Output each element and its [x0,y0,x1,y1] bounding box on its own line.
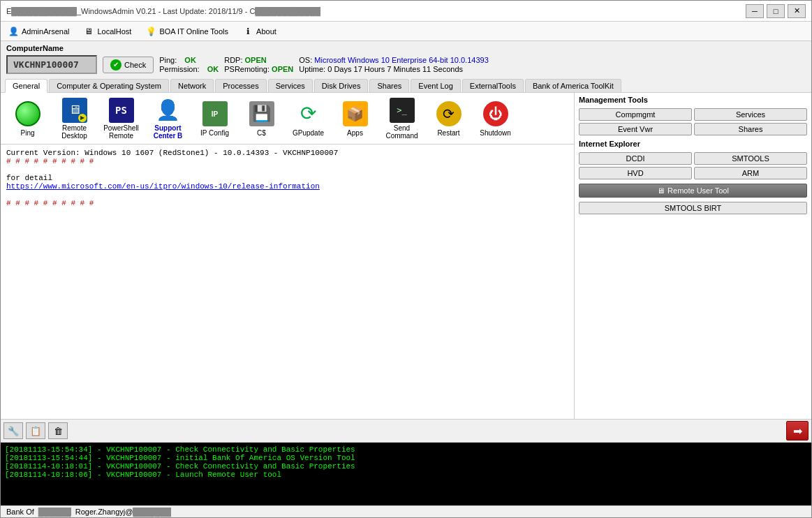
send-command-icon: >_ [388,98,416,123]
about-icon: ℹ [242,26,253,37]
gpupdate-button[interactable]: ⟳ GPupdate [286,96,331,141]
content-line-7: # # # # # # # # # # [6,199,568,207]
localhost-icon: 🖥 [83,26,94,37]
exit-button[interactable]: ➡ [786,421,809,441]
rdp-info: RDP: OPEN PSRemoting: OPEN [224,56,293,73]
tab-bar: General Computer & Operating System Netw… [1,77,811,93]
shutdown-button[interactable]: ⏻ Shutdown [473,96,518,141]
shutdown-icon: ⏻ [482,100,510,128]
menu-localhost-label: LocalHost [97,27,131,36]
title-bar-title: E████████████_WindowsAdmin V0.21 - Last … [6,7,320,15]
log-line-4: [20181114-10:18:06] - VKCHNP100007 - Lau… [5,471,807,479]
clear-icon: 🗑 [54,426,63,436]
status-row: VKCHNP100007 ✔ Check Ping: OK Permission… [1,54,811,77]
uptime-label: Uptime: [299,65,325,73]
remote-desktop-label: RemoteDesktop [61,124,87,140]
event-vwr-button[interactable]: Event Vwr [579,123,692,135]
log-line-1: [20181113-15:54:34] - VKCHNP100007 - Che… [5,445,807,454]
tab-processes[interactable]: Processes [215,79,266,92]
cs-button[interactable]: 💾 C$ [239,96,284,141]
menu-admin-arsenal[interactable]: 👤 AdminArsenal [3,24,73,38]
internet-explorer: Internet Explorer DCDI SMTOOLS HVD ARM [579,140,807,179]
tab-disk-drives[interactable]: Disk Drives [314,79,369,92]
wrench-icon: 🔧 [8,426,19,436]
permission-status: OK [207,65,219,73]
remote-user-tool-button[interactable]: 🖥 Remote User Tool [579,184,807,198]
minimize-button[interactable]: ─ [746,4,764,18]
tab-general[interactable]: General [5,79,47,93]
tab-shares[interactable]: Shares [369,79,409,92]
close-button[interactable]: ✕ [788,4,806,18]
ping-label: Ping: [159,56,177,64]
right-panel: Management Tools Compmgmt Services Event… [574,93,811,419]
gpupdate-label: GPupdate [293,129,324,137]
smtools-button[interactable]: SMTOOLS [694,152,807,165]
tab-boa-toolkit[interactable]: Bank of America ToolKit [525,79,621,92]
ip-config-icon: IP [201,100,229,128]
boa-icon: 💡 [145,26,156,37]
shares-button[interactable]: Shares [694,123,807,135]
support-center-label: SupportCenter B [154,124,183,140]
tab-event-log[interactable]: Event Log [411,79,461,92]
powershell-label: PowerShellRemote [103,124,139,140]
uptime-value: 0 Days 17 Hours 7 Minutes 11 Seconds [327,65,463,73]
smtools-birt-button[interactable]: SMTOOLS BIRT [579,202,807,214]
content-line-6 [6,191,568,199]
left-area: Ping 🖥 ▶ RemoteDesktop PS [1,93,574,419]
internet-explorer-title: Internet Explorer [579,140,807,148]
rdp-status: OPEN [245,56,267,64]
arm-button[interactable]: ARM [694,167,807,179]
services-button[interactable]: Services [694,108,807,121]
computer-name-row: ComputerName [1,41,811,54]
tab-network[interactable]: Network [170,79,214,92]
permission-label: Permission: [159,65,199,73]
tab-computer-os[interactable]: Computer & Operating System [49,79,169,92]
ip-config-button[interactable]: IP IP Config [192,96,237,141]
computer-name-value[interactable]: VKCHNP100007 [6,55,97,74]
admin-arsenal-icon: 👤 [8,26,19,37]
cs-label: C$ [257,129,266,137]
computer-name-label: ComputerName [6,44,64,52]
copy-button[interactable]: 📋 [26,422,45,439]
menu-boa-label: BOA IT Online Tools [159,27,228,36]
support-center-button[interactable]: 👤 SupportCenter B [145,96,191,141]
menu-about[interactable]: ℹ About [238,24,281,38]
hvd-button[interactable]: HVD [579,167,692,179]
content-line-3 [6,165,568,174]
toolbar: Ping 🖥 ▶ RemoteDesktop PS [1,93,574,145]
menu-boa-online[interactable]: 💡 BOA IT Online Tools [141,24,232,38]
ping-info: Ping: OK Permission: OK [159,56,219,73]
menu-about-label: About [256,27,276,36]
bottom-bar: 🔧 📋 🗑 ➡ [20181113-15:54:34] - VKCHNP1000… [1,419,811,517]
remote-user-tool-label: Remote User Tool [667,186,729,195]
status-footer: Bank Of ██████ Roger.Zhangyj@███████ [1,505,811,517]
gpupdate-icon: ⟳ [295,100,323,128]
content-line-1: Current Version: Windows 10 1607 (RedSto… [6,149,568,157]
apps-button[interactable]: 📦 Apps [332,96,378,141]
menu-admin-arsenal-label: AdminArsenal [22,27,69,36]
tab-external-tools[interactable]: ExternalTools [462,79,524,92]
management-tools: Management Tools Compmgmt Services Event… [579,96,807,135]
remote-desktop-button[interactable]: 🖥 ▶ RemoteDesktop [52,96,97,141]
title-text: E████████████_WindowsAdmin V0.21 - Last … [6,7,320,15]
restart-button[interactable]: ⟳ Restart [426,96,471,141]
ping-icon [14,100,42,128]
send-command-label: SendCommand [385,124,418,140]
powershell-button[interactable]: PS PowerShellRemote [98,96,144,141]
ping-button[interactable]: Ping [5,96,50,141]
menu-localhost[interactable]: 🖥 LocalHost [79,24,135,38]
content-link[interactable]: https://www.microsoft.com/en-us/itpro/wi… [6,182,320,191]
os-info: OS: Microsoft Windows 10 Enterprise 64-b… [299,56,488,73]
check-button[interactable]: ✔ Check [103,57,154,73]
dcdi-button[interactable]: DCDI [579,152,692,165]
compmgmt-button[interactable]: Compmgmt [579,108,692,121]
send-command-button[interactable]: >_ SendCommand [379,96,425,141]
cs-icon: 💾 [248,100,276,128]
clear-button[interactable]: 🗑 [48,422,68,439]
internet-explorer-grid: DCDI SMTOOLS HVD ARM [579,152,807,179]
wrench-button[interactable]: 🔧 [3,422,23,439]
tab-services[interactable]: Services [268,79,313,92]
maximize-button[interactable]: □ [767,4,785,18]
rdp-label: RDP: [224,56,242,64]
ip-config-label: IP Config [200,129,229,137]
